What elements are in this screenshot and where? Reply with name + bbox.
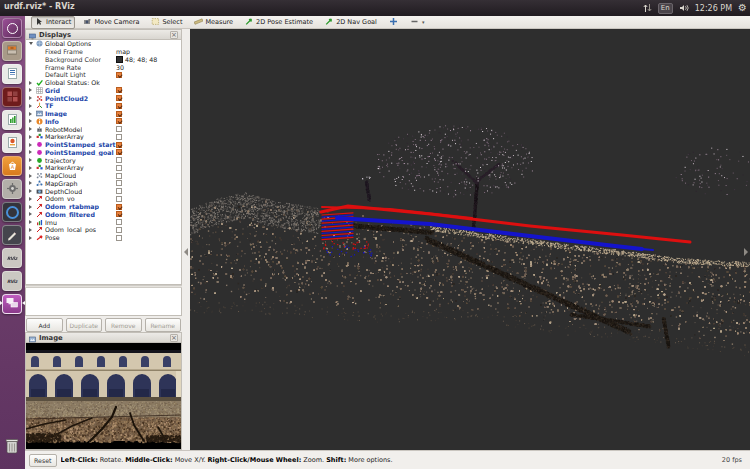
display-global-status-ok[interactable]: Global Status: Ok — [26, 79, 181, 87]
launcher-software-center[interactable]: A — [2, 156, 22, 176]
display-odom-vo[interactable]: Odom_vo — [26, 195, 181, 203]
volume-icon[interactable] — [679, 2, 689, 14]
expander-icon[interactable] — [29, 236, 36, 240]
panel-collapse-right[interactable] — [744, 248, 748, 256]
launcher-dash-home[interactable] — [2, 18, 22, 38]
tool-select[interactable]: Select — [147, 16, 186, 29]
launcher-libreoffice-calc[interactable] — [2, 110, 22, 130]
expander-icon[interactable] — [29, 166, 36, 170]
launcher-libreoffice-impress[interactable] — [2, 133, 22, 153]
display-imu[interactable]: Imu — [26, 218, 181, 226]
row-value[interactable]: 48; 48; 48 — [116, 56, 157, 63]
launcher-libreoffice-writer[interactable] — [2, 64, 22, 84]
enabled-checkbox[interactable] — [116, 227, 122, 233]
display-global-options[interactable]: Global Options — [26, 40, 181, 48]
image-close-icon[interactable]: × — [170, 334, 178, 342]
display-mapgraph[interactable]: MapGraph — [26, 180, 181, 188]
row-value[interactable]: 30 — [116, 64, 124, 71]
property-frame-rate[interactable]: Frame Rate30 — [26, 63, 181, 71]
enabled-checkbox[interactable] — [116, 196, 122, 202]
expander-icon[interactable] — [29, 205, 36, 209]
enabled-checkbox[interactable] — [116, 118, 122, 124]
display-mapcloud[interactable]: MapCloud — [26, 172, 181, 180]
enabled-checkbox[interactable] — [116, 180, 122, 186]
display-tf[interactable]: TF — [26, 102, 181, 110]
expander-icon[interactable] — [29, 96, 36, 100]
row-value[interactable]: map — [116, 48, 130, 55]
enabled-checkbox[interactable] — [116, 204, 122, 210]
launcher-text-editor[interactable] — [2, 225, 22, 245]
display-grid[interactable]: Grid — [26, 87, 181, 95]
enabled-checkbox[interactable] — [116, 219, 122, 225]
enabled-checkbox[interactable] — [116, 134, 122, 140]
expander-icon[interactable] — [29, 135, 36, 139]
display-image[interactable]: Image — [26, 110, 181, 118]
panel-collapse-left[interactable] — [184, 248, 188, 256]
network-icon[interactable] — [643, 2, 652, 14]
enabled-checkbox[interactable] — [116, 149, 122, 155]
display-robotmodel[interactable]: RobotModel — [26, 125, 181, 133]
expander-icon[interactable] — [29, 228, 36, 232]
clock[interactable]: 12:26 PM — [695, 4, 732, 13]
display-odom-filtered[interactable]: Odom_filtered — [26, 211, 181, 219]
session-gear-icon[interactable]: ⚙ — [738, 3, 747, 13]
displays-panel-header[interactable]: Displays × — [25, 29, 182, 40]
tool-measure[interactable]: Measure — [190, 16, 237, 29]
expander-icon[interactable] — [29, 158, 36, 162]
expander-icon[interactable] — [29, 220, 36, 224]
render-viewport[interactable] — [190, 29, 750, 450]
enabled-checkbox[interactable] — [116, 126, 122, 132]
property-fixed-frame[interactable]: Fixed Framemap — [26, 48, 181, 56]
image-panel-header[interactable]: Image × — [25, 332, 182, 343]
expander-icon[interactable] — [29, 212, 36, 216]
tool-2d-pose-estimate[interactable]: 2D Pose Estimate — [241, 16, 317, 29]
property-background-color[interactable]: Background Color48; 48; 48 — [26, 56, 181, 64]
enabled-checkbox[interactable] — [116, 165, 122, 171]
expander-icon[interactable] — [29, 150, 36, 154]
launcher-rviz-2[interactable]: RViz — [2, 271, 22, 291]
expander-icon[interactable] — [29, 81, 36, 85]
launcher-files[interactable] — [2, 41, 22, 61]
tool-move-camera[interactable]: Move Camera — [79, 16, 143, 29]
launcher-trash[interactable] — [2, 436, 22, 456]
expander-icon[interactable] — [29, 189, 36, 193]
enabled-checkbox[interactable] — [116, 211, 122, 217]
display-markerarray[interactable]: MarkerArray — [26, 133, 181, 141]
launcher-system-settings[interactable] — [2, 179, 22, 199]
display-pointcloud2[interactable]: PointCloud2 — [26, 94, 181, 102]
launcher-workspace-switcher[interactable] — [2, 87, 22, 107]
display-pointstamped-goal[interactable]: PointStamped_goal — [26, 149, 181, 157]
tool--[interactable]: ▾ — [406, 16, 429, 29]
display-odom-rtabmap[interactable]: Odom_rtabmap — [26, 203, 181, 211]
enabled-checkbox[interactable] — [116, 188, 122, 194]
tool-2d-nav-goal[interactable]: 2D Nav Goal — [321, 16, 381, 29]
enabled-checkbox[interactable] — [116, 157, 122, 163]
expander-icon[interactable] — [29, 127, 36, 131]
display-markerarray[interactable]: MarkerArray — [26, 164, 181, 172]
enabled-checkbox[interactable] — [116, 142, 122, 148]
displays-close-icon[interactable]: × — [170, 31, 178, 39]
expander-icon[interactable] — [29, 104, 36, 108]
enabled-checkbox[interactable] — [116, 103, 122, 109]
display-info[interactable]: Info — [26, 118, 181, 126]
enabled-checkbox[interactable] — [116, 95, 122, 101]
tool-interact[interactable]: Interact — [31, 16, 75, 29]
expander-icon[interactable] — [29, 143, 36, 147]
display-pointstamped-start[interactable]: PointStamped_start — [26, 141, 181, 149]
launcher-browser[interactable] — [2, 202, 22, 222]
render-viewport-canvas[interactable] — [190, 29, 750, 450]
launcher-screen-share[interactable] — [2, 294, 22, 314]
enabled-checkbox[interactable] — [116, 235, 122, 241]
enabled-checkbox[interactable] — [116, 72, 122, 78]
property-default-light[interactable]: Default Light — [26, 71, 181, 79]
reset-button[interactable]: Reset — [29, 454, 57, 467]
display-depthcloud[interactable]: DepthCloud — [26, 187, 181, 195]
expander-icon[interactable] — [29, 88, 36, 92]
enabled-checkbox[interactable] — [116, 173, 122, 179]
tool--[interactable] — [385, 16, 402, 29]
expander-icon[interactable] — [29, 42, 36, 45]
expander-icon[interactable] — [29, 112, 36, 116]
display-odom-local-pos[interactable]: Odom_local_pos — [26, 226, 181, 234]
expander-icon[interactable] — [29, 197, 36, 201]
expander-icon[interactable] — [29, 174, 36, 178]
